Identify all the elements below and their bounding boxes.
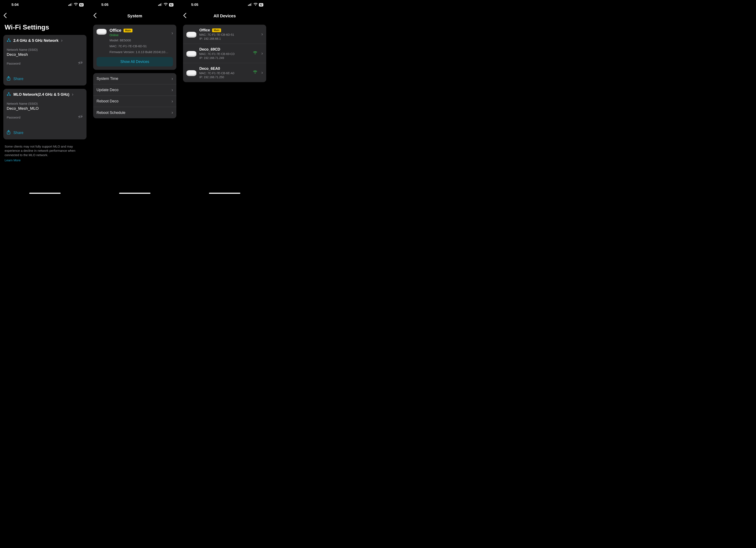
share-label: Share xyxy=(13,131,23,135)
screen-system: 5:05 82 System Office Main Online xyxy=(90,0,180,195)
menu-reboot-deco[interactable]: Reboot Deco › xyxy=(93,96,176,107)
battery-icon: 82 xyxy=(259,3,263,6)
wifi-signal-icon xyxy=(253,51,257,56)
ssid-value[interactable]: Deco_Mesh xyxy=(3,52,87,59)
device-row[interactable]: Deco_6EA0MAC: 7C-F1-7E-CB-6E-A0IP: 192.1… xyxy=(183,63,266,82)
deco-unit-icon xyxy=(186,70,196,76)
chevron-right-icon: › xyxy=(72,92,73,97)
back-button[interactable] xyxy=(3,13,10,19)
password-label: Password xyxy=(7,116,20,119)
svg-rect-24 xyxy=(250,4,251,6)
chevron-right-icon: › xyxy=(172,99,173,104)
header xyxy=(0,10,90,22)
chevron-right-icon: › xyxy=(172,31,173,36)
chevron-right-icon: › xyxy=(172,110,173,115)
ssid-label: Network Name (SSID) xyxy=(3,47,87,52)
svg-rect-3 xyxy=(71,3,72,6)
cellular-icon xyxy=(68,3,73,7)
status-bar: 5:04 82 xyxy=(0,0,90,10)
screen-wifi-settings: 5:04 82 Wi-Fi Settings 2.4 GHz & 5 GHz N… xyxy=(0,0,90,195)
chevron-right-icon: › xyxy=(261,70,263,75)
status-time: 5:04 xyxy=(11,3,19,7)
page-title: System xyxy=(90,14,180,18)
wifi-icon xyxy=(74,3,78,7)
learn-more-link[interactable]: Learn More xyxy=(0,157,90,163)
network-header-label: MLO Network(2.4 GHz & 5 GHz) xyxy=(13,92,69,97)
device-mac: MAC: 7C-F1-7E-CB-6E-A0 xyxy=(199,71,250,75)
device-row[interactable]: Deco_69CDMAC: 7C-F1-7E-CB-69-CDIP: 192.1… xyxy=(183,44,266,63)
svg-rect-1 xyxy=(69,4,70,6)
main-badge: Main xyxy=(212,28,221,32)
status-time: 5:05 xyxy=(191,3,198,7)
home-indicator[interactable] xyxy=(119,193,150,194)
fw-value: 1.0.13 Build 20241108 Rel. 48... xyxy=(136,50,169,54)
network-icon xyxy=(7,92,11,97)
device-mac: MAC: 7C-F1-7E-CB-69-CD xyxy=(199,52,250,56)
share-icon xyxy=(7,130,10,136)
svg-rect-22 xyxy=(248,5,249,6)
svg-rect-23 xyxy=(249,4,250,6)
device-ip: IP: 192.168.68.1 xyxy=(199,37,258,40)
device-list: OfficeMainMAC: 7C-F1-7E-CB-6D-51IP: 192.… xyxy=(183,25,266,82)
device-mac: MAC: 7C-F1-7E-CB-6D-51 xyxy=(199,33,258,36)
battery-icon: 82 xyxy=(79,3,84,6)
svg-point-4 xyxy=(8,38,9,40)
fw-label: Firmware Version: xyxy=(109,50,135,54)
chevron-right-icon: › xyxy=(261,51,263,56)
network-header-row[interactable]: 2.4 GHz & 5 GHz Network › xyxy=(3,35,87,46)
main-device-card[interactable]: Office Main Online Model: BE5000 MAC: 7C… xyxy=(93,25,176,70)
show-all-devices-button[interactable]: Show All Devices xyxy=(97,57,173,66)
back-button[interactable] xyxy=(93,13,99,19)
model-label: Model: xyxy=(109,38,119,42)
share-label: Share xyxy=(13,77,23,81)
status-bar: 5:05 82 xyxy=(180,0,270,10)
chevron-right-icon: › xyxy=(172,88,173,92)
status-bar: 5:05 82 xyxy=(90,0,180,10)
back-button[interactable] xyxy=(183,13,189,19)
share-button[interactable]: Share xyxy=(3,73,87,85)
svg-rect-25 xyxy=(251,3,252,6)
svg-rect-2 xyxy=(70,4,71,6)
screen-all-devices: 5:05 82 All Devices OfficeMainMAC: 7C-F1… xyxy=(180,0,270,195)
home-indicator[interactable] xyxy=(209,193,240,194)
network-icon xyxy=(7,38,11,43)
deco-unit-icon xyxy=(97,29,107,35)
device-name: Deco_6EA0 xyxy=(199,66,220,71)
device-row[interactable]: OfficeMainMAC: 7C-F1-7E-CB-6D-51IP: 192.… xyxy=(183,25,266,44)
ssid-label: Network Name (SSID) xyxy=(3,101,87,106)
mac-value: 7C-F1-7E-CB-6D-51 xyxy=(118,44,147,48)
battery-icon: 82 xyxy=(169,3,173,6)
chevron-right-icon: › xyxy=(172,76,173,81)
device-ip: IP: 192.168.71.250 xyxy=(199,75,250,79)
system-menu: System Time › Update Deco › Reboot Deco … xyxy=(93,73,176,118)
chevron-right-icon: › xyxy=(261,32,263,37)
device-name: Office xyxy=(199,28,210,32)
cellular-icon xyxy=(248,3,252,7)
network-header-row[interactable]: MLO Network(2.4 GHz & 5 GHz) › xyxy=(3,89,87,100)
mlo-note: Some clients may not fully support MLO a… xyxy=(0,143,90,157)
deco-unit-icon xyxy=(186,32,196,38)
svg-rect-18 xyxy=(158,5,159,6)
status-time: 5:05 xyxy=(101,3,108,7)
ssid-value[interactable]: Deco_Mesh_MLO xyxy=(3,106,87,113)
eye-off-icon[interactable] xyxy=(78,115,83,120)
password-label: Password xyxy=(7,62,20,65)
main-badge: Main xyxy=(123,29,132,32)
menu-reboot-schedule[interactable]: Reboot Schedule › xyxy=(93,107,176,118)
device-status: Online xyxy=(109,33,169,37)
wifi-signal-icon xyxy=(253,70,257,75)
header: System xyxy=(90,10,180,22)
share-button[interactable]: Share xyxy=(3,127,87,139)
mac-label: MAC: xyxy=(109,44,117,48)
home-indicator[interactable] xyxy=(29,193,61,194)
wifi-icon xyxy=(253,3,258,7)
svg-rect-21 xyxy=(161,3,162,6)
svg-rect-0 xyxy=(68,5,69,6)
svg-rect-20 xyxy=(160,4,161,6)
network-card-mlo: MLO Network(2.4 GHz & 5 GHz) › Network N… xyxy=(3,89,87,139)
device-name: Office xyxy=(109,28,121,33)
menu-system-time[interactable]: System Time › xyxy=(93,73,176,84)
cellular-icon xyxy=(158,3,162,7)
menu-update-deco[interactable]: Update Deco › xyxy=(93,84,176,96)
eye-off-icon[interactable] xyxy=(78,61,83,66)
